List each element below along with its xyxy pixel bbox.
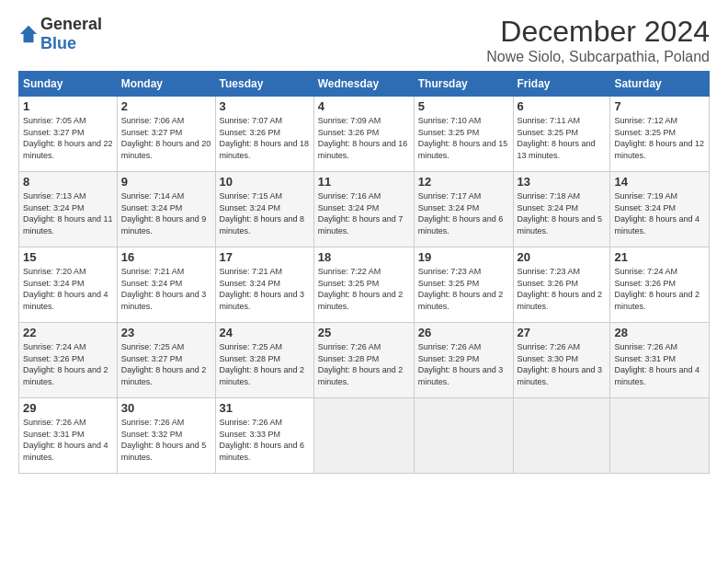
page: General Blue December 2024 Nowe Siolo, S…	[0, 0, 728, 483]
calendar-cell	[313, 398, 414, 474]
header-wednesday: Wednesday	[313, 72, 414, 97]
calendar-cell: 31Sunrise: 7:26 AMSunset: 3:33 PMDayligh…	[215, 398, 313, 474]
week-row-2: 8Sunrise: 7:13 AMSunset: 3:24 PMDaylight…	[19, 172, 710, 247]
calendar-cell	[513, 398, 610, 474]
calendar-cell: 30Sunrise: 7:26 AMSunset: 3:32 PMDayligh…	[117, 398, 215, 474]
calendar-cell: 14Sunrise: 7:19 AMSunset: 3:24 PMDayligh…	[610, 172, 710, 247]
calendar-cell: 15Sunrise: 7:20 AMSunset: 3:24 PMDayligh…	[19, 247, 118, 323]
week-row-5: 29Sunrise: 7:26 AMSunset: 3:31 PMDayligh…	[19, 398, 710, 474]
calendar-cell: 8Sunrise: 7:13 AMSunset: 3:24 PMDaylight…	[19, 172, 118, 247]
calendar-cell: 19Sunrise: 7:23 AMSunset: 3:25 PMDayligh…	[414, 247, 513, 323]
calendar-cell: 20Sunrise: 7:23 AMSunset: 3:26 PMDayligh…	[513, 247, 610, 323]
week-row-4: 22Sunrise: 7:24 AMSunset: 3:26 PMDayligh…	[19, 323, 710, 398]
header: General Blue December 2024 Nowe Siolo, S…	[18, 15, 710, 65]
header-tuesday: Tuesday	[215, 72, 313, 97]
logo-general: General	[40, 15, 102, 33]
calendar-cell: 23Sunrise: 7:25 AMSunset: 3:27 PMDayligh…	[117, 323, 215, 398]
calendar-cell	[414, 398, 513, 474]
calendar-cell: 4Sunrise: 7:09 AMSunset: 3:26 PMDaylight…	[313, 97, 414, 172]
calendar-table: Sunday Monday Tuesday Wednesday Thursday…	[18, 71, 710, 474]
calendar-cell: 16Sunrise: 7:21 AMSunset: 3:24 PMDayligh…	[117, 247, 215, 323]
logo-blue: Blue	[40, 34, 76, 52]
calendar-cell: 18Sunrise: 7:22 AMSunset: 3:25 PMDayligh…	[313, 247, 414, 323]
header-monday: Monday	[117, 72, 215, 97]
logo-text: General Blue	[40, 15, 102, 53]
header-thursday: Thursday	[414, 72, 513, 97]
calendar-cell: 21Sunrise: 7:24 AMSunset: 3:26 PMDayligh…	[610, 247, 710, 323]
header-row: Sunday Monday Tuesday Wednesday Thursday…	[19, 72, 710, 97]
calendar-cell: 3Sunrise: 7:07 AMSunset: 3:26 PMDaylight…	[215, 97, 313, 172]
calendar-cell: 29Sunrise: 7:26 AMSunset: 3:31 PMDayligh…	[19, 398, 118, 474]
calendar-cell: 6Sunrise: 7:11 AMSunset: 3:25 PMDaylight…	[513, 97, 610, 172]
header-sunday: Sunday	[19, 72, 118, 97]
calendar-cell: 22Sunrise: 7:24 AMSunset: 3:26 PMDayligh…	[19, 323, 118, 398]
calendar-cell: 27Sunrise: 7:26 AMSunset: 3:30 PMDayligh…	[513, 323, 610, 398]
subtitle: Nowe Siolo, Subcarpathia, Poland	[486, 49, 710, 65]
calendar-cell: 7Sunrise: 7:12 AMSunset: 3:25 PMDaylight…	[610, 97, 710, 172]
calendar-cell: 25Sunrise: 7:26 AMSunset: 3:28 PMDayligh…	[313, 323, 414, 398]
calendar-cell: 28Sunrise: 7:26 AMSunset: 3:31 PMDayligh…	[610, 323, 710, 398]
header-friday: Friday	[513, 72, 610, 97]
calendar-cell: 13Sunrise: 7:18 AMSunset: 3:24 PMDayligh…	[513, 172, 610, 247]
calendar-cell	[610, 398, 710, 474]
calendar-cell: 5Sunrise: 7:10 AMSunset: 3:25 PMDaylight…	[414, 97, 513, 172]
calendar-cell: 17Sunrise: 7:21 AMSunset: 3:24 PMDayligh…	[215, 247, 313, 323]
calendar-cell: 1Sunrise: 7:05 AMSunset: 3:27 PMDaylight…	[19, 97, 118, 172]
week-row-1: 1Sunrise: 7:05 AMSunset: 3:27 PMDaylight…	[19, 97, 710, 172]
title-block: December 2024 Nowe Siolo, Subcarpathia, …	[486, 15, 710, 65]
calendar-cell: 2Sunrise: 7:06 AMSunset: 3:27 PMDaylight…	[117, 97, 215, 172]
week-row-3: 15Sunrise: 7:20 AMSunset: 3:24 PMDayligh…	[19, 247, 710, 323]
calendar-cell: 12Sunrise: 7:17 AMSunset: 3:24 PMDayligh…	[414, 172, 513, 247]
main-title: December 2024	[486, 15, 710, 49]
logo: General Blue	[18, 15, 102, 53]
svg-marker-0	[20, 26, 37, 42]
header-saturday: Saturday	[610, 72, 710, 97]
calendar-cell: 9Sunrise: 7:14 AMSunset: 3:24 PMDaylight…	[117, 172, 215, 247]
logo-icon	[18, 24, 39, 44]
calendar-cell: 24Sunrise: 7:25 AMSunset: 3:28 PMDayligh…	[215, 323, 313, 398]
calendar-cell: 26Sunrise: 7:26 AMSunset: 3:29 PMDayligh…	[414, 323, 513, 398]
calendar-cell: 11Sunrise: 7:16 AMSunset: 3:24 PMDayligh…	[313, 172, 414, 247]
calendar-cell: 10Sunrise: 7:15 AMSunset: 3:24 PMDayligh…	[215, 172, 313, 247]
